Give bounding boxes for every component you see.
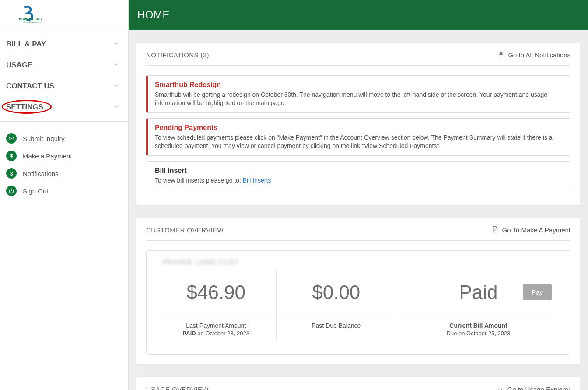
notifications-title: NOTIFICATIONS (3) [146, 51, 209, 59]
action-label: Submit Inquiry [23, 135, 65, 142]
nav-bill-pay[interactable]: BILL & PAY [0, 34, 128, 55]
nav-label: CONTACT US [6, 82, 54, 91]
customer-name-redacted: PRAIRIE LAND CUST [156, 259, 560, 267]
current-bill-label: Current Bill Amount [401, 322, 556, 329]
nav-contact-us[interactable]: CONTACT US [0, 76, 128, 97]
svg-text:RAIRIE LAND: RAIRIE LAND [19, 17, 42, 21]
last-payment-label: Last Payment Amount [161, 322, 272, 329]
notification-body: To view scheduled payments please click … [155, 134, 563, 150]
notification-body-text: To view bill inserts please go to: [155, 177, 243, 184]
usage-overview-header: USAGE OVERVIEW Go to Usage Explorer [146, 385, 570, 390]
last-payment-col: $46.90 Last Payment Amount PAID on Octob… [156, 270, 276, 341]
page-title: HOME [137, 9, 170, 21]
bell-icon [497, 51, 504, 59]
pay-button-area: Pay [523, 284, 552, 300]
last-payment-sub: PAID on October 23, 2023 [161, 330, 272, 337]
notification-body: Smarthub will be getting a redesign on O… [155, 91, 563, 107]
paid-date: on October 23, 2023 [196, 330, 249, 337]
action-submit-inquiry[interactable]: Submit Inquiry [0, 130, 128, 147]
pay-button[interactable]: Pay [523, 284, 552, 300]
usage-overview-card: USAGE OVERVIEW Go to Usage Explorer [136, 377, 580, 390]
power-icon [6, 186, 17, 196]
brand-logo: RAIRIE LAND Electric Cooperative Inc. [10, 6, 49, 24]
bill-inserts-link[interactable]: Bill Inserts [243, 177, 271, 184]
action-label: Notifications [23, 170, 59, 177]
link-text: Go to Usage Explorer [508, 386, 570, 390]
notification-item[interactable]: Bill Insert To view bill inserts please … [146, 161, 570, 190]
notifications-count-badge: 3 [6, 168, 17, 179]
make-payment-link[interactable]: Go To Make A Payment [492, 226, 570, 234]
overview-box: PRAIRIE LAND CUST $46.90 Last Payment Am… [146, 250, 570, 355]
customer-overview-card: CUSTOMER OVERVIEW Go To Make A Payment P… [136, 218, 580, 364]
customer-overview-header: CUSTOMER OVERVIEW Go To Make A Payment [146, 226, 570, 241]
link-text: Go To Make A Payment [502, 226, 570, 234]
envelope-icon [6, 133, 17, 144]
past-due-amount: $0.00 [281, 281, 392, 303]
notifications-header: NOTIFICATIONS (3) Go to All Notification… [146, 51, 570, 66]
action-list: Submit Inquiry Make a Payment 3 Notifica… [0, 122, 128, 207]
notification-title: Bill Insert [155, 167, 563, 175]
sidebar: RAIRIE LAND Electric Cooperative Inc. BI… [0, 0, 129, 390]
action-notifications[interactable]: 3 Notifications [0, 165, 128, 182]
logo-area: RAIRIE LAND Electric Cooperative Inc. [0, 0, 128, 30]
usage-overview-title: USAGE OVERVIEW [146, 386, 209, 390]
nav-settings[interactable]: SETTINGS [0, 97, 128, 118]
notification-body: To view bill inserts please go to: Bill … [155, 176, 563, 185]
notification-title: Smarthub Redesign [155, 81, 563, 89]
notification-item[interactable]: Pending Payments To view scheduled payme… [146, 118, 570, 156]
action-label: Make a Payment [23, 152, 72, 160]
action-make-payment[interactable]: Make a Payment [0, 147, 128, 165]
nav-label: USAGE [6, 61, 32, 70]
overview-row: $46.90 Last Payment Amount PAID on Octob… [156, 270, 560, 341]
action-label: Sign Out [23, 187, 48, 195]
link-text: Go to All Notifications [508, 51, 570, 59]
svg-rect-2 [9, 137, 14, 140]
paid-strong: PAID [183, 330, 196, 337]
current-bill-sub: Due on October 25, 2023 [401, 330, 556, 337]
past-due-col: $0.00 Past Due Balance [276, 270, 397, 341]
notifications-card: NOTIFICATIONS (3) Go to All Notification… [136, 43, 580, 205]
action-sign-out[interactable]: Sign Out [0, 182, 128, 200]
chevron-down-icon [113, 40, 119, 49]
chevron-down-icon [113, 103, 119, 112]
svg-text:Electric Cooperative Inc.: Electric Cooperative Inc. [24, 21, 42, 23]
main: HOME NOTIFICATIONS (3) Go to All Notific… [129, 0, 588, 390]
dollar-icon [6, 151, 17, 161]
invoice-icon [492, 226, 499, 234]
nav-label: SETTINGS [6, 103, 43, 112]
current-bill-col: Paid Pay Current Bill Amount Due on Octo… [396, 270, 560, 341]
notification-item[interactable]: Smarthub Redesign Smarthub will be getti… [146, 75, 570, 113]
nav-label: BILL & PAY [6, 40, 46, 49]
bar-chart-icon [497, 385, 504, 390]
notification-title: Pending Payments [155, 124, 563, 132]
nav-main: BILL & PAY USAGE CONTACT US SETTINGS [0, 30, 128, 122]
past-due-label: Past Due Balance [281, 322, 392, 329]
content-scroll[interactable]: NOTIFICATIONS (3) Go to All Notification… [129, 30, 588, 390]
chevron-down-icon [113, 61, 119, 70]
top-header: HOME [129, 0, 588, 30]
usage-explorer-link[interactable]: Go to Usage Explorer [497, 385, 570, 390]
last-payment-amount: $46.90 [161, 281, 272, 303]
all-notifications-link[interactable]: Go to All Notifications [497, 51, 570, 59]
customer-overview-title: CUSTOMER OVERVIEW [146, 226, 224, 234]
nav-usage[interactable]: USAGE [0, 55, 128, 76]
chevron-down-icon [113, 82, 119, 91]
